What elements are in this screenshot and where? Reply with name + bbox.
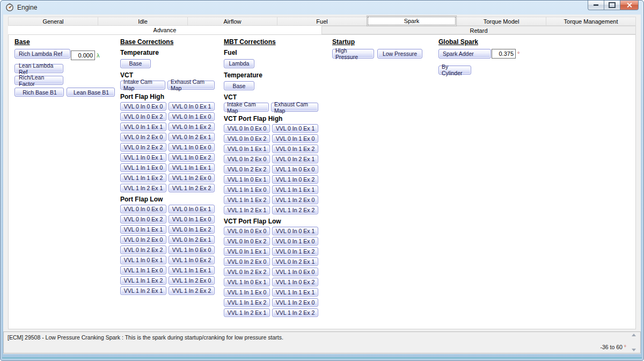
vvl-map-button[interactable]: VVL 0 In 1 Ex 1 [224,247,270,256]
vvl-map-button[interactable]: VVL 1 In 0 Ex 0 [272,268,318,276]
vvl-map-button[interactable]: VVL 0 In 0 Ex 1 [169,102,215,111]
intake-cam-map-button[interactable]: Intake Cam Map [120,81,165,90]
rich-lambda-ref-button[interactable]: Rich Lambda Ref [14,49,70,59]
tab-torque-management[interactable]: Torque Management [546,17,636,26]
spark-adder-button[interactable]: Spark Adder [438,49,491,59]
vvl-map-button[interactable]: VVL 1 In 0 Ex 0 [169,143,215,151]
vvl-map-button[interactable]: VVL 0 In 0 Ex 0 [224,227,270,235]
rich-base-b1-button[interactable]: Rich Base B1 [14,88,64,97]
vvl-map-button[interactable]: VVL 0 In 2 Ex 1 [169,235,215,244]
vvl-map-button[interactable]: VVL 1 In 2 Ex 1 [224,308,270,317]
vvl-map-button[interactable]: VVL 1 In 2 Ex 0 [169,276,215,285]
vvl-map-button[interactable]: VVL 0 In 2 Ex 0 [224,155,270,163]
vvl-map-button[interactable]: VVL 0 In 1 Ex 2 [169,225,215,234]
vvl-map-button[interactable]: VVL 1 In 2 Ex 2 [272,206,318,214]
vvl-map-button[interactable]: VVL 1 In 0 Ex 2 [272,175,318,184]
fuel-lambda-button[interactable]: Lambda [224,59,254,68]
vvl-map-button[interactable]: VVL 0 In 2 Ex 2 [120,143,166,151]
vvl-map-button[interactable]: VVL 0 In 2 Ex 0 [224,257,270,266]
by-cylinder-button[interactable]: By Cylinder [438,66,471,75]
vvl-map-button[interactable]: VVL 0 In 1 Ex 2 [169,122,215,131]
vvl-map-button[interactable]: VVL 0 In 2 Ex 2 [120,246,166,254]
vvl-map-button[interactable]: VVL 0 In 1 Ex 0 [272,134,318,143]
vvl-map-button[interactable]: VVL 1 In 0 Ex 1 [120,256,166,264]
vvl-map-button[interactable]: VVL 1 In 0 Ex 1 [120,153,166,162]
vvl-map-button[interactable]: VVL 0 In 1 Ex 0 [169,215,215,223]
vvl-map-button[interactable]: VVL 1 In 2 Ex 1 [120,286,166,295]
vvl-map-button[interactable]: VVL 0 In 1 Ex 0 [169,112,215,121]
vvl-map-button[interactable]: VVL 1 In 0 Ex 1 [224,278,270,286]
minimize-button[interactable] [588,1,604,10]
vvl-map-button[interactable]: VVL 0 In 0 Ex 1 [272,227,318,235]
spark-adder-input[interactable] [492,49,516,59]
vvl-map-button[interactable]: VVL 1 In 0 Ex 0 [169,246,215,254]
vvl-map-button[interactable]: VVL 0 In 0 Ex 2 [224,237,270,246]
tab-spark[interactable]: Spark [367,16,457,26]
mbt-temperature-base-button[interactable]: Base [224,81,254,90]
vvl-map-button[interactable]: VVL 1 In 1 Ex 2 [120,174,166,182]
sub-tab-advance[interactable]: Advance [8,26,321,34]
status-scrollbar[interactable] [630,334,638,351]
vvl-map-button[interactable]: VVL 1 In 2 Ex 2 [272,308,318,317]
vvl-map-button[interactable]: VVL 0 In 2 Ex 1 [272,257,318,266]
vvl-map-button[interactable]: VVL 1 In 2 Ex 1 [120,184,166,192]
vvl-map-button[interactable]: VVL 0 In 1 Ex 1 [224,145,270,153]
vvl-map-button[interactable]: VVL 1 In 0 Ex 2 [169,153,215,162]
vvl-map-button[interactable]: VVL 0 In 0 Ex 1 [169,205,215,213]
sub-tab-retard[interactable]: Retard [321,26,636,34]
vvl-map-button[interactable]: VVL 0 In 0 Ex 1 [272,124,318,133]
vvl-map-button[interactable]: VVL 0 In 0 Ex 2 [224,134,270,143]
vvl-map-button[interactable]: VVL 1 In 1 Ex 1 [169,266,215,275]
tab-airflow[interactable]: Airflow [187,17,277,26]
vvl-map-button[interactable]: VVL 1 In 1 Ex 2 [224,196,270,204]
vvl-map-button[interactable]: VVL 0 In 0 Ex 0 [120,102,166,111]
vvl-map-button[interactable]: VVL 1 In 2 Ex 1 [224,206,270,214]
vvl-map-button[interactable]: VVL 0 In 0 Ex 0 [224,124,270,133]
vvl-map-button[interactable]: VVL 0 In 2 Ex 2 [224,165,270,174]
high-pressure-button[interactable]: High Pressure [332,49,374,59]
scroll-up-icon[interactable] [632,334,636,336]
lean-lambda-ref-button[interactable]: Lean Lambda Ref [14,64,63,73]
vvl-map-button[interactable]: VVL 1 In 2 Ex 2 [169,184,215,192]
mbt-intake-cam-map-button[interactable]: Intake Cam Map [224,103,269,112]
vvl-map-button[interactable]: VVL 0 In 2 Ex 0 [120,133,166,141]
vvl-map-button[interactable]: VVL 1 In 1 Ex 2 [120,276,166,285]
vvl-map-button[interactable]: VVL 0 In 0 Ex 2 [120,112,166,121]
vvl-map-button[interactable]: VVL 1 In 2 Ex 0 [272,298,318,307]
low-pressure-button[interactable]: Low Pressure [377,49,422,59]
exhaust-cam-map-button[interactable]: Exhaust Cam Map [167,81,215,90]
vvl-map-button[interactable]: VVL 1 In 0 Ex 2 [272,278,318,286]
vvl-map-button[interactable]: VVL 1 In 1 Ex 1 [169,163,215,172]
lean-base-b1-button[interactable]: Lean Base B1 [67,88,115,97]
vvl-map-button[interactable]: VVL 1 In 2 Ex 2 [169,286,215,295]
vvl-map-button[interactable]: VVL 0 In 2 Ex 2 [224,268,270,276]
vvl-map-button[interactable]: VVL 0 In 1 Ex 1 [120,225,166,234]
vvl-map-button[interactable]: VVL 0 In 1 Ex 2 [272,247,318,256]
tab-general[interactable]: General [8,17,98,26]
vvl-map-button[interactable]: VVL 1 In 2 Ex 0 [169,174,215,182]
vvl-map-button[interactable]: VVL 0 In 2 Ex 1 [169,133,215,141]
temperature-base-button[interactable]: Base [120,59,151,68]
vvl-map-button[interactable]: VVL 1 In 1 Ex 1 [272,185,318,194]
vvl-map-button[interactable]: VVL 0 In 1 Ex 2 [272,145,318,153]
tab-torque-model[interactable]: Torque Model [456,17,546,26]
rich-lambda-ref-input[interactable] [71,50,95,60]
title-bar[interactable]: Engine [1,1,643,15]
vvl-map-button[interactable]: VVL 1 In 0 Ex 1 [224,175,270,184]
vvl-map-button[interactable]: VVL 1 In 1 Ex 1 [272,288,318,297]
vvl-map-button[interactable]: VVL 0 In 0 Ex 0 [120,205,166,213]
tab-fuel[interactable]: Fuel [277,17,367,26]
vvl-map-button[interactable]: VVL 1 In 0 Ex 2 [169,256,215,264]
vvl-map-button[interactable]: VVL 0 In 1 Ex 1 [120,122,166,131]
maximize-button[interactable] [604,1,620,10]
vvl-map-button[interactable]: VVL 1 In 1 Ex 2 [224,298,270,307]
rich-lean-factor-button[interactable]: Rich/Lean Factor [14,76,63,85]
vvl-map-button[interactable]: VVL 1 In 2 Ex 0 [272,196,318,204]
tab-idle[interactable]: Idle [98,17,188,26]
vvl-map-button[interactable]: VVL 1 In 1 Ex 0 [224,288,270,297]
close-button[interactable] [620,1,639,10]
vvl-map-button[interactable]: VVL 0 In 2 Ex 0 [120,235,166,244]
vvl-map-button[interactable]: VVL 1 In 1 Ex 0 [120,163,166,172]
vvl-map-button[interactable]: VVL 1 In 0 Ex 0 [272,165,318,174]
scroll-down-icon[interactable] [632,349,636,351]
